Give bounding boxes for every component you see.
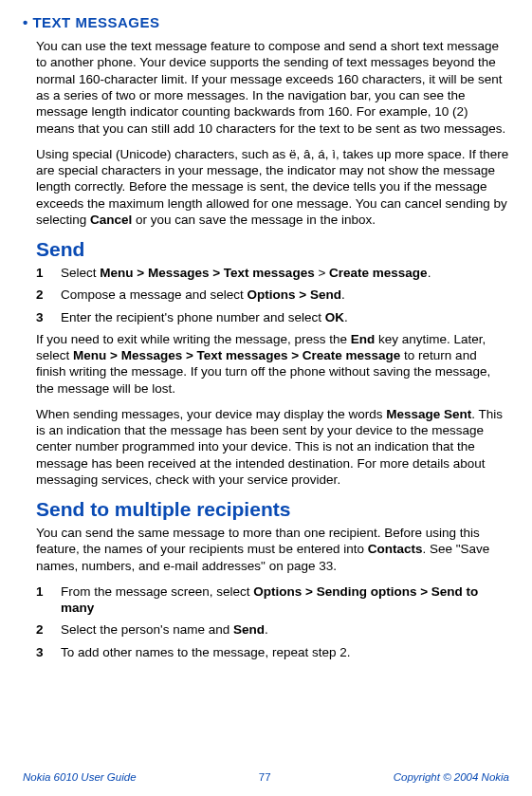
step-number: 3 — [36, 644, 61, 660]
para2-post: or you can save the message in the inbox… — [132, 213, 376, 227]
t: Compose a message and select — [61, 287, 248, 302]
multi-step-3: 3 To add other names to the message, rep… — [36, 644, 509, 660]
t: OK — [325, 310, 344, 324]
t: Send — [233, 622, 265, 637]
t: . — [428, 266, 431, 280]
t: . — [265, 622, 268, 637]
send-heading: Send — [36, 237, 509, 263]
send-multi-para: You can send the same message to more th… — [36, 525, 509, 574]
send-after-para-1: If you need to exit while writing the me… — [36, 331, 509, 397]
t: Options > Send — [248, 287, 341, 302]
t: . — [344, 310, 348, 324]
step-text: Enter the recipient's phone number and s… — [61, 309, 509, 325]
send-step-3: 3 Enter the recipient's phone number and… — [36, 309, 509, 325]
t: Menu > Messages > Text messages — [100, 266, 314, 280]
multi-step-1: 1 From the message screen, select Option… — [36, 583, 509, 617]
send-step-2: 2 Compose a message and select Options >… — [36, 287, 509, 303]
step-text: To add other names to the message, repea… — [61, 644, 509, 660]
step-text: Select Menu > Messages > Text messages >… — [61, 265, 509, 281]
footer-page-number: 77 — [259, 770, 271, 785]
step-text: Compose a message and select Options > S… — [61, 287, 509, 303]
t: Create message — [329, 266, 428, 280]
send-after-para-2: When sending messages, your device may d… — [36, 406, 509, 488]
t: Enter the recipient's phone number and s… — [61, 310, 325, 324]
para2-bold: Cancel — [90, 213, 132, 227]
send-step-1: 1 Select Menu > Messages > Text messages… — [36, 265, 509, 281]
step-number: 2 — [36, 287, 61, 303]
step-number: 1 — [36, 583, 61, 617]
t: If you need to exit while writing the me… — [36, 332, 351, 346]
t: When sending messages, your device may d… — [36, 407, 386, 421]
step-number: 1 — [36, 265, 61, 281]
t: Select the person's name and — [61, 622, 233, 637]
t: > — [315, 266, 329, 280]
t: Select — [61, 266, 100, 280]
t: Message Sent — [386, 407, 471, 421]
step-number: 3 — [36, 309, 61, 325]
step-number: 2 — [36, 621, 61, 638]
t: From the message screen, select — [61, 584, 253, 599]
step-text: Select the person's name and Send. — [61, 621, 509, 638]
t: . — [341, 287, 345, 302]
t: End — [351, 332, 376, 346]
footer-right: Copyright © 2004 Nokia — [394, 770, 509, 785]
multi-step-2: 2 Select the person's name and Send. — [36, 621, 509, 638]
footer-left: Nokia 6010 User Guide — [23, 770, 137, 785]
section-para-2: Using special (Unicode) characters, such… — [36, 146, 509, 228]
page-footer: Nokia 6010 User Guide 77 Copyright © 200… — [0, 770, 532, 785]
send-multi-heading: Send to multiple recipients — [36, 497, 509, 523]
step-text: From the message screen, select Options … — [61, 583, 509, 617]
section-heading: • TEXT MESSAGES — [23, 13, 509, 31]
t: Contacts — [368, 542, 423, 556]
t: To add other names to the message, repea… — [61, 645, 350, 659]
section-para-1: You can use the text message feature to … — [36, 38, 509, 137]
t: Menu > Messages > Text messages > Create… — [73, 348, 400, 362]
